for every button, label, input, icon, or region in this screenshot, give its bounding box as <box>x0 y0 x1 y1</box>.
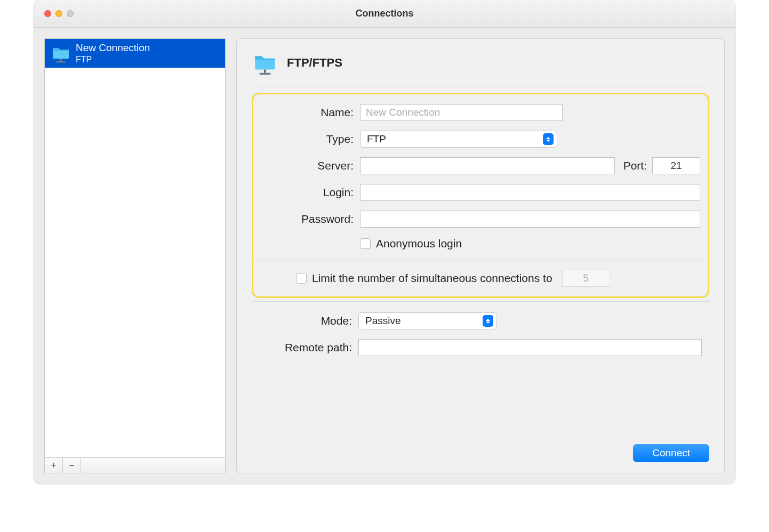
server-label: Server: <box>253 159 360 172</box>
minus-icon: − <box>69 460 75 471</box>
connection-item-subtitle: FTP <box>76 54 150 65</box>
anonymous-checkbox[interactable] <box>360 238 371 249</box>
port-input[interactable] <box>652 157 700 174</box>
login-input[interactable] <box>360 184 700 201</box>
divider <box>253 260 708 260</box>
remote-path-label: Remote path: <box>252 341 358 354</box>
svg-rect-1 <box>57 61 66 63</box>
additional-settings: Mode: Passive Remote path: <box>252 302 709 356</box>
mode-row: Mode: Passive <box>252 312 702 329</box>
window-body: New Connection FTP + − <box>34 28 735 484</box>
sidebar-footer-spacer <box>81 458 225 473</box>
panel-header: FTP/FTPS <box>252 50 709 86</box>
network-folder-icon <box>50 43 71 64</box>
login-row: Login: <box>253 184 700 201</box>
remove-connection-button[interactable]: − <box>63 458 81 473</box>
panel-title: FTP/FTPS <box>287 56 342 70</box>
password-input[interactable] <box>360 211 700 228</box>
mode-label: Mode: <box>252 315 358 327</box>
limit-value-input <box>562 270 610 287</box>
minimize-window-button[interactable] <box>55 10 62 17</box>
type-selected-value: FTP <box>367 133 386 145</box>
chevron-up-down-icon <box>483 315 493 327</box>
window-title: Connections <box>355 8 413 19</box>
type-row: Type: FTP <box>253 131 700 148</box>
mode-select[interactable]: Passive <box>358 312 497 329</box>
limit-connections-checkbox[interactable] <box>296 273 307 284</box>
connection-list[interactable]: New Connection FTP <box>44 38 226 457</box>
login-label: Login: <box>253 186 360 199</box>
server-input[interactable] <box>360 157 615 174</box>
limit-label: Limit the number of simultaneous connect… <box>312 272 552 285</box>
name-row: Name: <box>253 104 700 121</box>
sidebar-footer: + − <box>44 457 226 473</box>
type-label: Type: <box>253 133 360 146</box>
mode-selected-value: Passive <box>365 315 401 327</box>
remote-path-row: Remote path: <box>252 339 702 356</box>
highlighted-settings-box: Name: Type: FTP Server: Port: <box>252 93 709 298</box>
plus-icon: + <box>51 460 57 471</box>
maximize-window-button <box>67 10 74 17</box>
anonymous-row: Anonymous login <box>253 237 700 250</box>
server-row: Server: Port: <box>253 157 700 174</box>
port-label: Port: <box>623 159 647 172</box>
traffic-lights <box>34 10 74 17</box>
add-connection-button[interactable]: + <box>45 458 63 473</box>
svg-rect-3 <box>260 73 271 75</box>
detail-panel: FTP/FTPS Name: Type: FTP Server: <box>236 38 725 473</box>
sidebar: New Connection FTP + − <box>34 38 226 473</box>
connect-button[interactable]: Connect <box>633 444 709 462</box>
anonymous-label: Anonymous login <box>376 237 462 250</box>
type-select[interactable]: FTP <box>360 131 557 148</box>
panel-footer: Connect <box>252 436 709 462</box>
svg-rect-0 <box>60 59 61 61</box>
connection-list-item[interactable]: New Connection FTP <box>45 39 225 68</box>
close-window-button[interactable] <box>44 10 51 17</box>
remote-path-input[interactable] <box>358 339 702 356</box>
network-folder-icon <box>252 50 278 76</box>
password-row: Password: <box>253 211 700 228</box>
chevron-up-down-icon <box>543 133 554 145</box>
connection-item-title: New Connection <box>76 42 150 54</box>
connections-window: Connections New Connection F <box>34 0 735 484</box>
name-input[interactable] <box>360 104 563 121</box>
name-label: Name: <box>253 106 360 119</box>
titlebar: Connections <box>34 0 735 28</box>
svg-rect-2 <box>264 70 266 73</box>
limit-row: Limit the number of simultaneous connect… <box>253 270 700 287</box>
password-label: Password: <box>253 213 360 225</box>
